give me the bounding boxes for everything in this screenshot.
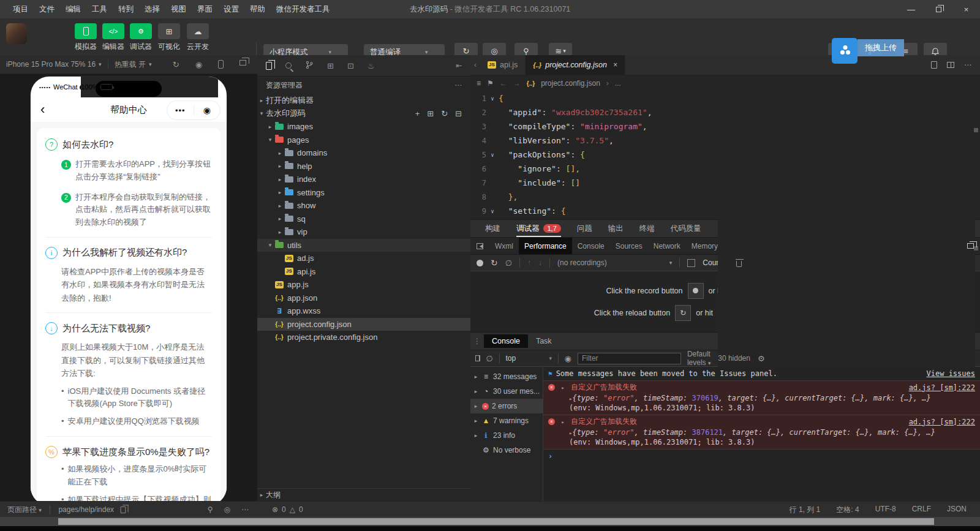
load-profile-icon[interactable]: ↑ — [527, 258, 531, 267]
source-link[interactable]: ad.js? [sm]:222 — [909, 418, 975, 426]
tree-item-settings[interactable]: ▸ settings — [257, 186, 470, 200]
menu-interface[interactable]: 界面 — [192, 4, 218, 15]
tree-item-api-js[interactable]: JS api.js — [257, 265, 470, 279]
open-changed-files-icon[interactable] — [931, 61, 937, 69]
tab-code-quality[interactable]: 代码质量 — [671, 220, 701, 237]
new-folder-icon[interactable]: ⊞ — [427, 109, 434, 118]
sidebar-warnings[interactable]: ▸▲ 7 warnings — [470, 413, 543, 428]
breadcrumb-file[interactable]: project.config.json — [541, 79, 600, 88]
clear-button[interactable]: ∅ — [505, 258, 512, 268]
tab-problems[interactable]: 问题 — [577, 220, 592, 237]
copy-icon[interactable] — [121, 506, 126, 513]
sidebar-all-messages[interactable]: ▸≡ 32 messages — [470, 369, 543, 384]
tab-task[interactable]: Task — [528, 334, 560, 348]
sidebar-info[interactable]: ▸ℹ 23 info — [470, 428, 543, 443]
nav-forward-icon[interactable]: → — [513, 79, 521, 88]
npm-icon[interactable]: ♨ — [368, 61, 375, 70]
encoding[interactable]: UTF-8 — [875, 505, 896, 515]
tree-item-ad-js[interactable]: JS ad.js — [257, 252, 470, 265]
console-filter-input[interactable] — [578, 353, 681, 364]
close-tab-icon[interactable]: × — [613, 61, 617, 69]
inspect-element-icon[interactable] — [477, 243, 483, 249]
more-icon[interactable]: ⋯ — [241, 505, 249, 514]
console-prompt[interactable]: › — [543, 450, 980, 463]
error-object-preview[interactable]: ▸{type: "error", timeStamp: 3876121, tar… — [548, 427, 975, 437]
view-issues-link[interactable]: View issues — [927, 369, 975, 378]
breadcrumb-more[interactable]: ... — [615, 79, 621, 88]
tab-console[interactable]: Console — [572, 238, 610, 254]
screenshot-record-icon[interactable]: ◉ — [195, 60, 202, 69]
outline-list-icon[interactable]: ≡ — [477, 79, 481, 88]
recordings-select[interactable]: (no recordings) — [557, 258, 607, 267]
tree-project-root[interactable]: ▾ 去水印源码 + ⊞ ↻ ⊟ — [257, 107, 470, 121]
menu-settings[interactable]: 设置 — [218, 4, 244, 15]
tree-item-help[interactable]: ▸ help — [257, 160, 470, 173]
drag-upload-overlay[interactable]: 拖拽上传 — [832, 38, 904, 64]
tree-item-project-private-config-json[interactable]: {..} project.private.config.json — [257, 331, 470, 344]
tree-open-editors[interactable]: ▸ 打开的编辑器 — [257, 94, 470, 107]
record-button-hint[interactable] — [688, 283, 704, 299]
tree-item-app-wxss[interactable]: ∃ app.wxss — [257, 304, 470, 318]
exit-target-icon[interactable]: ◉ — [194, 105, 221, 115]
fold-icon[interactable]: ∨ — [486, 152, 499, 158]
tab-output[interactable]: 输出 — [608, 220, 624, 237]
minimize-button[interactable]: — — [897, 0, 925, 18]
clear-console-icon[interactable]: ∅ — [486, 354, 493, 363]
expand-icon[interactable]: ▸ — [559, 385, 567, 391]
eol-type[interactable]: CRLF — [912, 505, 931, 515]
snippets-icon[interactable]: ⊡ — [347, 61, 354, 70]
visualization-button[interactable]: ⊞ 可视化 — [156, 23, 183, 52]
tree-item-vip[interactable]: ▸ vip — [257, 225, 470, 239]
current-page-path[interactable]: pages/help/index — [58, 505, 114, 514]
search-icon[interactable] — [285, 62, 292, 69]
tab-console-drawer[interactable]: Console — [484, 334, 528, 348]
save-profile-icon[interactable]: ↓ — [538, 258, 542, 267]
tree-item-app-json[interactable]: {..} app.json — [257, 292, 470, 305]
restore-button[interactable] — [925, 0, 952, 18]
tab-terminal[interactable]: 终端 — [639, 220, 655, 237]
device-selector[interactable]: iPhone 15 Pro Max 75% 16▾ — [0, 55, 108, 73]
outline-section[interactable]: ▸ 大纲 — [257, 488, 470, 501]
tab-wxml[interactable]: Wxml — [489, 238, 519, 254]
nav-back-icon[interactable]: ← — [500, 79, 507, 88]
horizontal-scrollbar[interactable] — [0, 517, 980, 526]
sidebar-errors[interactable]: ▸× 2 errors — [470, 399, 543, 413]
menu-project[interactable]: 项目 — [7, 4, 34, 15]
menu-help[interactable]: 帮助 — [244, 4, 271, 15]
counter-checkbox[interactable] — [687, 259, 695, 267]
more-actions-icon[interactable]: ⋯ — [964, 61, 971, 69]
detach-window-icon[interactable] — [239, 60, 246, 66]
menu-tools[interactable]: 工具 — [86, 4, 113, 15]
error-object-preview[interactable]: ▸{type: "error", timeStamp: 370619, targ… — [548, 393, 975, 402]
trash-icon[interactable] — [736, 261, 742, 267]
log-levels-select[interactable]: Default levels ▾ — [687, 350, 712, 367]
tree-item-images[interactable]: ▸ images — [257, 120, 470, 134]
tree-item-index[interactable]: ▸ index — [257, 173, 470, 186]
debug-icon[interactable]: ⚲ — [208, 505, 213, 514]
problems-summary[interactable]: ⊗ 0 △ 0 — [257, 505, 468, 514]
sidebar-user-messages[interactable]: ▸◔ 30 user mes... — [470, 384, 543, 399]
tab-network[interactable]: Network — [648, 238, 686, 254]
extensions-icon[interactable]: ⊞ — [327, 61, 334, 70]
reload-record-button[interactable]: ↻ — [491, 258, 498, 268]
more-actions-icon[interactable]: ⋯ — [454, 81, 462, 89]
reload-button-hint[interactable]: ↻ — [675, 305, 691, 321]
cursor-position[interactable]: 行 1, 列 1 — [790, 505, 821, 515]
tab-performance[interactable]: Performance — [519, 238, 572, 254]
language-mode[interactable]: JSON — [947, 505, 967, 515]
menu-wechat-devtools[interactable]: 微信开发者工具 — [271, 4, 336, 15]
cloud-dev-button[interactable]: ☁ 云开发 — [184, 23, 211, 52]
console-sidebar-toggle-icon[interactable] — [475, 355, 480, 361]
simulator-toggle-button[interactable]: 模拟器 — [72, 23, 99, 52]
tree-item-pages[interactable]: ▾ pages — [257, 134, 470, 147]
refresh-icon[interactable]: ↻ — [441, 109, 448, 118]
editor-scrollbar[interactable] — [974, 128, 978, 250]
menu-file[interactable]: 文件 — [34, 4, 60, 15]
split-editor-icon[interactable] — [947, 62, 954, 68]
menu-goto[interactable]: 转到 — [113, 4, 139, 15]
menu-view[interactable]: 视图 — [165, 4, 192, 15]
drawer-handle-icon[interactable]: ⋮ — [470, 337, 484, 345]
device-frame-icon[interactable] — [218, 60, 224, 69]
menu-select[interactable]: 选择 — [139, 4, 165, 15]
tree-item-project-config-json[interactable]: {..} project.config.json — [257, 318, 470, 331]
